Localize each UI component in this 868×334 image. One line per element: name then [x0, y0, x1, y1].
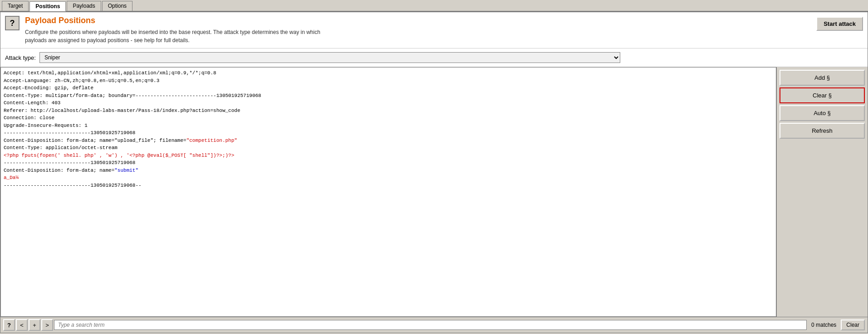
refresh-button[interactable]: Refresh — [780, 123, 865, 139]
page-title: Payload Positions — [25, 16, 863, 25]
search-help-button[interactable]: ? — [3, 319, 15, 331]
tab-options[interactable]: Options — [102, 1, 132, 11]
search-bar: ? < + > 0 matches Clear — [0, 317, 868, 333]
search-next-button[interactable]: > — [41, 319, 53, 331]
search-clear-button[interactable]: Clear — [841, 319, 865, 330]
tab-bar: Target Positions Payloads Options — [0, 0, 868, 12]
attack-type-select[interactable]: Sniper Battering ram Pitchfork Cluster b… — [39, 52, 620, 63]
right-sidebar: Add § Clear § Auto § Refresh — [777, 67, 868, 317]
content-area: Accept: text/html,application/xhtml+xml,… — [0, 67, 868, 317]
tab-positions[interactable]: Positions — [29, 1, 66, 11]
help-icon[interactable]: ? — [5, 16, 20, 30]
clear-section-button[interactable]: Clear § — [780, 87, 865, 103]
main-container: ? Payload Positions Configure the positi… — [0, 12, 868, 333]
header-text: Payload Positions Configure the position… — [25, 16, 863, 44]
search-add-button[interactable]: + — [29, 319, 40, 331]
request-text-area[interactable]: Accept: text/html,application/xhtml+xml,… — [0, 67, 776, 317]
auto-section-button[interactable]: Auto § — [780, 105, 865, 121]
tab-target[interactable]: Target — [2, 1, 29, 11]
attack-type-label: Attack type: — [5, 54, 36, 61]
request-editor: Accept: text/html,application/xhtml+xml,… — [0, 67, 777, 317]
tab-payloads[interactable]: Payloads — [67, 1, 101, 11]
add-section-button[interactable]: Add § — [780, 70, 865, 86]
header-description: Configure the positions where payloads w… — [25, 28, 863, 44]
attack-type-row: Attack type: Sniper Battering ram Pitchf… — [0, 48, 868, 67]
search-input[interactable] — [54, 320, 807, 330]
start-attack-button[interactable]: Start attack — [816, 17, 863, 31]
search-prev-button[interactable]: < — [16, 319, 28, 331]
header-area: ? Payload Positions Configure the positi… — [0, 12, 868, 48]
header-desc-line1: Configure the positions where payloads w… — [25, 29, 320, 35]
header-desc-line2: payloads are assigned to payload positio… — [25, 37, 190, 44]
search-matches: 0 matches — [808, 322, 840, 328]
